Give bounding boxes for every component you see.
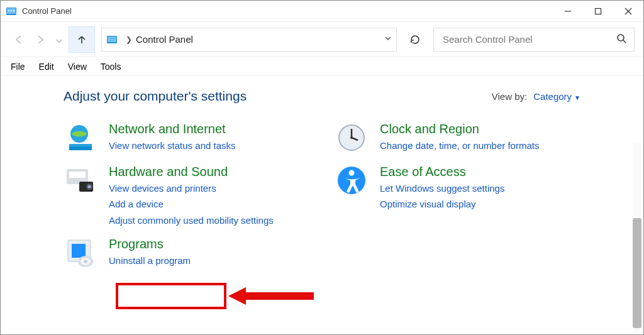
vertical-scrollbar[interactable]	[633, 143, 641, 332]
close-button[interactable]	[613, 1, 643, 21]
maximize-button[interactable]	[583, 1, 613, 21]
category-title[interactable]: Clock and Region	[380, 121, 539, 137]
category-link[interactable]: View network status and tasks	[109, 138, 236, 153]
content-area: Adjust your computer's settings View by:…	[1, 77, 643, 334]
back-button[interactable]	[9, 30, 28, 49]
category-link[interactable]: Optimize visual display	[380, 197, 504, 211]
svg-line-12	[623, 40, 626, 43]
menu-bar: File Edit View Tools	[1, 57, 643, 76]
svg-marker-32	[228, 287, 314, 305]
annotation-arrow	[228, 285, 316, 310]
category-title[interactable]: Hardware and Sound	[109, 164, 274, 180]
chevron-down-icon[interactable]	[384, 34, 392, 45]
category-programs: Programs Uninstall a program	[64, 236, 309, 270]
control-panel-icon	[6, 6, 17, 17]
svg-point-20	[88, 185, 91, 189]
globe-icon	[64, 121, 97, 155]
printer-camera-icon	[64, 164, 97, 198]
chevron-right-icon[interactable]: ❯	[126, 35, 132, 44]
view-by-label: View by:	[492, 91, 527, 102]
menu-file[interactable]: File	[4, 60, 31, 73]
view-by-value: Category	[533, 91, 572, 102]
category-title[interactable]: Network and Internet	[109, 121, 236, 137]
category-ease: Ease of Access Let Windows suggest setti…	[335, 164, 580, 212]
category-link[interactable]: Change date, time, or number formats	[380, 138, 539, 153]
control-panel-icon	[106, 33, 118, 46]
address-bar[interactable]: ❯ Control Panel	[101, 28, 397, 52]
breadcrumb-item[interactable]: Control Panel	[136, 34, 193, 45]
category-link[interactable]: Add a device	[109, 197, 274, 211]
svg-point-11	[618, 35, 624, 41]
control-panel-window: Control Panel ❯ Control Panel	[0, 0, 644, 335]
caret-down-icon: ▼	[574, 94, 580, 101]
svg-rect-15	[69, 144, 92, 146]
search-icon[interactable]	[616, 33, 626, 46]
category-hardware: Hardware and Sound View devices and prin…	[64, 164, 309, 228]
menu-view[interactable]: View	[62, 60, 93, 73]
svg-rect-22	[72, 244, 86, 258]
menu-edit[interactable]: Edit	[33, 60, 60, 73]
category-network: Network and Internet View network status…	[64, 121, 309, 155]
minimize-button[interactable]	[553, 1, 583, 21]
svg-point-2	[8, 10, 9, 11]
svg-rect-17	[69, 172, 86, 178]
window-title: Control Panel	[22, 6, 553, 16]
recent-locations-button[interactable]	[52, 30, 66, 49]
category-title[interactable]: Programs	[109, 236, 191, 252]
svg-rect-10	[108, 36, 116, 42]
category-link[interactable]: Let Windows suggest settings	[380, 181, 504, 195]
view-by-dropdown[interactable]: Category▼	[533, 91, 580, 102]
category-clock: Clock and Region Change date, time, or n…	[335, 121, 580, 155]
category-link[interactable]: Uninstall a program	[109, 253, 191, 268]
refresh-button[interactable]	[403, 28, 427, 52]
window-controls	[553, 1, 643, 21]
up-button[interactable]	[69, 26, 95, 53]
page-heading: Adjust your computer's settings	[64, 89, 492, 104]
programs-icon	[64, 236, 97, 270]
svg-point-29	[350, 136, 353, 139]
category-title[interactable]: Ease of Access	[380, 164, 504, 180]
svg-point-31	[349, 170, 355, 176]
clock-icon	[335, 121, 369, 155]
annotation-highlight	[116, 283, 226, 309]
category-link[interactable]: View devices and printers	[109, 181, 274, 195]
svg-point-3	[11, 10, 12, 11]
scrollbar-thumb[interactable]	[633, 218, 641, 328]
navigation-bar: ❯ Control Panel	[1, 22, 643, 57]
category-link[interactable]: Adjust commonly used mobility settings	[109, 213, 274, 228]
menu-tools[interactable]: Tools	[94, 60, 128, 73]
title-bar: Control Panel	[1, 1, 643, 22]
svg-point-25	[84, 260, 87, 263]
search-box[interactable]	[433, 28, 635, 52]
search-input[interactable]	[441, 33, 616, 45]
svg-point-4	[13, 10, 14, 11]
accessibility-icon	[335, 164, 369, 198]
forward-button[interactable]	[31, 30, 50, 49]
svg-rect-6	[596, 8, 601, 14]
